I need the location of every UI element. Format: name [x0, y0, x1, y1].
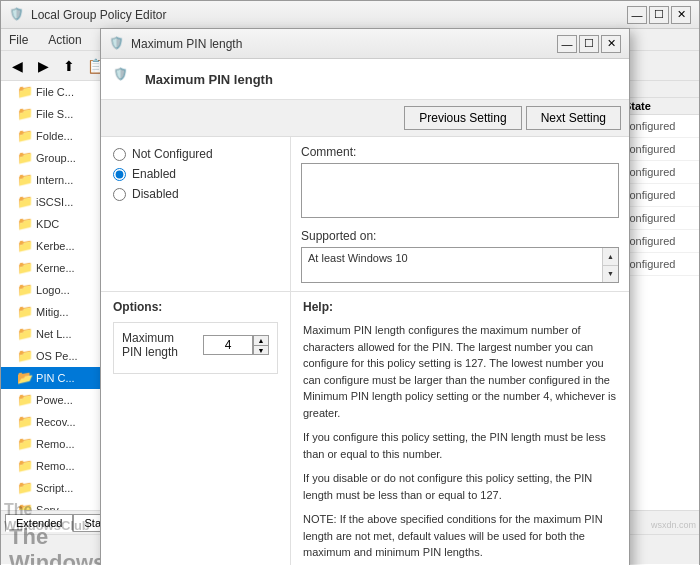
option-input-group: ▲ ▼	[203, 335, 269, 355]
dialog-header-title: Maximum PIN length	[145, 72, 273, 87]
settings-left: Not Configured Enabled Disabled	[101, 137, 291, 291]
close-button[interactable]: ✕	[671, 6, 691, 24]
up-button[interactable]: ⬆	[57, 55, 81, 77]
help-paragraph-1: Maximum PIN length configures the maximu…	[303, 322, 617, 421]
spinner-buttons: ▲ ▼	[253, 335, 269, 355]
menu-action[interactable]: Action	[44, 31, 85, 49]
comment-label: Comment:	[301, 145, 619, 159]
option-pin-label: Maximum PIN length	[122, 331, 197, 359]
radio-not-configured-input[interactable]	[113, 148, 126, 161]
supported-label: Supported on:	[301, 229, 619, 243]
supported-section: Supported on: At least Windows 10 ▲ ▼	[301, 229, 619, 283]
folder-icon: 📁	[17, 348, 33, 363]
comment-section: Comment:	[301, 145, 619, 221]
radio-not-configured[interactable]: Not Configured	[113, 147, 278, 161]
options-content: Maximum PIN length ▲ ▼	[113, 322, 278, 374]
state-item-1: configured	[620, 115, 699, 138]
folder-icon: 📁	[17, 392, 33, 407]
state-column: State configured configured configured c…	[619, 98, 699, 565]
settings-main: Not Configured Enabled Disabled Comment:	[101, 137, 629, 292]
folder-icon: 📁	[17, 326, 33, 341]
state-item-4: configured	[620, 184, 699, 207]
dialog-header-icon: 🛡️	[113, 67, 137, 91]
radio-disabled[interactable]: Disabled	[113, 187, 278, 201]
state-item-5: configured	[620, 207, 699, 230]
spin-up-button[interactable]: ▲	[253, 335, 269, 345]
comment-textarea[interactable]	[301, 163, 619, 218]
settings-right: Comment: Supported on: At least Windows …	[291, 137, 629, 291]
scroll-up-btn[interactable]: ▲	[603, 248, 618, 266]
folder-icon: 📁	[17, 172, 33, 187]
state-item-6: configured	[620, 230, 699, 253]
back-button[interactable]: ◀	[5, 55, 29, 77]
help-text: Maximum PIN length configures the maximu…	[303, 322, 617, 561]
folder-icon: 📁	[17, 260, 33, 275]
radio-disabled-input[interactable]	[113, 188, 126, 201]
state-item-3: configured	[620, 161, 699, 184]
state-header: State	[620, 98, 699, 115]
forward-button[interactable]: ▶	[31, 55, 55, 77]
folder-icon: 📁	[17, 106, 33, 121]
dialog-title: Maximum PIN length	[131, 37, 557, 51]
options-label: Options:	[113, 300, 278, 314]
dialog-title-bar: 🛡️ Maximum PIN length — ☐ ✕	[101, 29, 629, 59]
state-item-7: configured	[620, 253, 699, 276]
minimize-button[interactable]: —	[627, 6, 647, 24]
folder-icon: 📁	[17, 414, 33, 429]
comment-textarea-wrapper	[301, 163, 619, 221]
radio-enabled[interactable]: Enabled	[113, 167, 278, 181]
help-section: Help: Maximum PIN length configures the …	[291, 292, 629, 565]
folder-icon: 📁	[17, 304, 33, 319]
folder-icon: 📂	[17, 370, 33, 385]
pin-length-input[interactable]	[203, 335, 253, 355]
radio-group: Not Configured Enabled Disabled	[113, 147, 278, 201]
dialog-header: 🛡️ Maximum PIN length	[101, 59, 629, 100]
folder-icon: 📁	[17, 84, 33, 99]
radio-enabled-input[interactable]	[113, 168, 126, 181]
folder-icon: 📁	[17, 436, 33, 451]
options-help-row: Options: Maximum PIN length ▲ ▼	[101, 292, 629, 565]
radio-not-configured-label: Not Configured	[132, 147, 213, 161]
state-item-2: configured	[620, 138, 699, 161]
folder-icon: 📁	[17, 128, 33, 143]
help-paragraph-4: NOTE: If the above specified conditions …	[303, 511, 617, 561]
help-label: Help:	[303, 300, 617, 314]
folder-icon: 📁	[17, 458, 33, 473]
folder-icon: 📁	[17, 194, 33, 209]
dialog: 🛡️ Maximum PIN length — ☐ ✕ 🛡️ Maximum P…	[100, 28, 630, 565]
radio-enabled-label: Enabled	[132, 167, 176, 181]
menu-file[interactable]: File	[5, 31, 32, 49]
scroll-down-btn[interactable]: ▼	[603, 266, 618, 283]
dialog-maximize[interactable]: ☐	[579, 35, 599, 53]
option-row: Maximum PIN length ▲ ▼	[122, 331, 269, 359]
main-window: 🛡️ Local Group Policy Editor — ☐ ✕ File …	[0, 0, 700, 565]
folder-icon: 📁	[17, 150, 33, 165]
help-paragraph-3: If you disable or do not configure this …	[303, 470, 617, 503]
folder-icon: 📁	[17, 238, 33, 253]
window-title: Local Group Policy Editor	[31, 8, 627, 22]
dialog-window-controls: — ☐ ✕	[557, 35, 621, 53]
setting-nav-buttons: Previous Setting Next Setting	[101, 100, 629, 137]
options-section: Options: Maximum PIN length ▲ ▼	[101, 292, 291, 565]
radio-disabled-label: Disabled	[132, 187, 179, 201]
previous-setting-button[interactable]: Previous Setting	[404, 106, 521, 130]
help-paragraph-2: If you configure this policy setting, th…	[303, 429, 617, 462]
maximize-button[interactable]: ☐	[649, 6, 669, 24]
spin-down-button[interactable]: ▼	[253, 345, 269, 355]
folder-icon: 📁	[17, 480, 33, 495]
dialog-icon: 🛡️	[109, 36, 125, 52]
bg-title-bar: 🛡️ Local Group Policy Editor — ☐ ✕	[1, 1, 699, 29]
next-setting-button[interactable]: Next Setting	[526, 106, 621, 130]
dialog-close[interactable]: ✕	[601, 35, 621, 53]
folder-icon: 📁	[17, 282, 33, 297]
folder-icon: 📁	[17, 216, 33, 231]
supported-value: At least Windows 10	[308, 252, 408, 264]
app-icon: 🛡️	[9, 7, 25, 23]
dialog-minimize[interactable]: —	[557, 35, 577, 53]
